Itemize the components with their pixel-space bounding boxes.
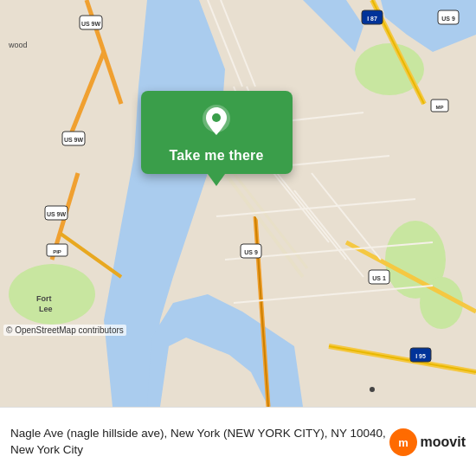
moovit-icon: m [389,428,417,456]
svg-point-5 [9,264,95,325]
svg-text:Lee: Lee [39,305,53,313]
location-pin-icon [198,103,235,139]
svg-text:wood: wood [8,41,28,49]
svg-text:I 87: I 87 [367,16,377,22]
svg-text:US 9W: US 9W [64,137,84,143]
svg-point-58 [370,387,375,392]
info-bar: Nagle Ave (nagle hillside ave), New York… [0,407,476,476]
address-text: Nagle Ave (nagle hillside ave), New York… [10,426,389,459]
take-me-there-button[interactable]: Take me there [169,148,263,164]
moovit-logo: m moovit [389,428,466,456]
popup-tail [208,174,225,186]
svg-text:US 9W: US 9W [47,211,67,217]
svg-text:US 9: US 9 [441,16,455,22]
svg-text:US 9: US 9 [244,249,258,255]
svg-point-61 [212,113,221,122]
map-attribution: © OpenStreetMap contributors [3,325,126,336]
map-container: US 9W US 9W US 9W I 87 US 9 US 1 I 95 US… [0,0,476,407]
popup-box[interactable]: Take me there [141,91,293,174]
svg-text:US 1: US 1 [372,275,386,281]
svg-text:US 9W: US 9W [81,21,101,27]
moovit-name: moovit [421,434,466,450]
svg-text:I 95: I 95 [415,353,426,359]
svg-text:MP: MP [436,105,444,110]
svg-text:Fort: Fort [36,294,52,303]
svg-text:m: m [398,436,408,449]
svg-text:PIP: PIP [53,249,61,254]
map-popup[interactable]: Take me there [134,91,299,186]
